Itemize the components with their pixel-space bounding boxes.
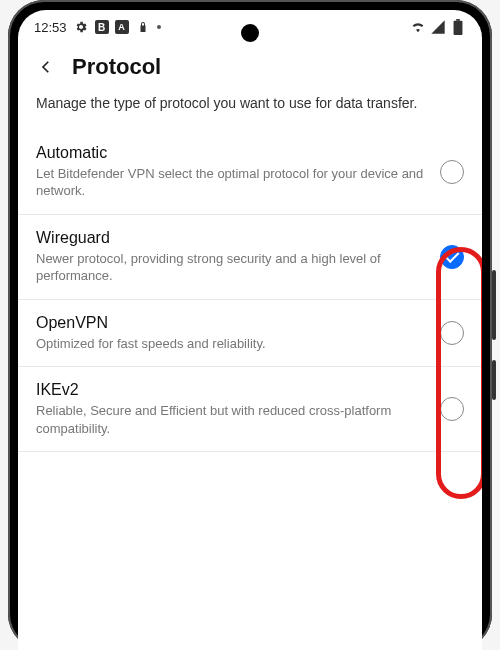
status-time: 12:53 (34, 20, 67, 35)
screen: 12:53 B A (18, 10, 482, 650)
key-icon (135, 19, 151, 35)
phone-frame: 12:53 B A (8, 0, 492, 650)
svg-rect-0 (454, 21, 463, 35)
svg-rect-1 (456, 19, 460, 21)
back-button[interactable] (36, 57, 56, 77)
signal-icon (430, 19, 446, 35)
protocol-list: Automatic Let Bitdefender VPN select the… (18, 130, 482, 453)
wifi-icon (410, 19, 426, 35)
radio-ikev2[interactable] (440, 397, 464, 421)
camera-notch (241, 24, 259, 42)
option-wireguard[interactable]: Wireguard Newer protocol, providing stro… (18, 215, 482, 300)
status-dot (157, 25, 161, 29)
side-button-1 (492, 270, 496, 340)
gear-icon (73, 19, 89, 35)
b-icon: B (95, 20, 109, 34)
page-subtitle: Manage the type of protocol you want to … (18, 94, 482, 130)
radio-openvpn[interactable] (440, 321, 464, 345)
page-title: Protocol (72, 54, 161, 80)
radio-wireguard[interactable] (440, 245, 464, 269)
option-openvpn[interactable]: OpenVPN Optimized for fast speeds and re… (18, 300, 482, 368)
option-title: Wireguard (36, 229, 428, 247)
option-desc: Newer protocol, providing strong securit… (36, 250, 428, 285)
side-button-2 (492, 360, 496, 400)
option-desc: Let Bitdefender VPN select the optimal p… (36, 165, 428, 200)
option-title: IKEv2 (36, 381, 428, 399)
option-desc: Reliable, Secure and Efficient but with … (36, 402, 428, 437)
battery-icon (450, 19, 466, 35)
a-icon: A (115, 20, 129, 34)
option-automatic[interactable]: Automatic Let Bitdefender VPN select the… (18, 130, 482, 215)
page-header: Protocol (18, 44, 482, 94)
option-desc: Optimized for fast speeds and reliabilit… (36, 335, 428, 353)
option-ikev2[interactable]: IKEv2 Reliable, Secure and Efficient but… (18, 367, 482, 452)
option-title: OpenVPN (36, 314, 428, 332)
option-title: Automatic (36, 144, 428, 162)
radio-automatic[interactable] (440, 160, 464, 184)
